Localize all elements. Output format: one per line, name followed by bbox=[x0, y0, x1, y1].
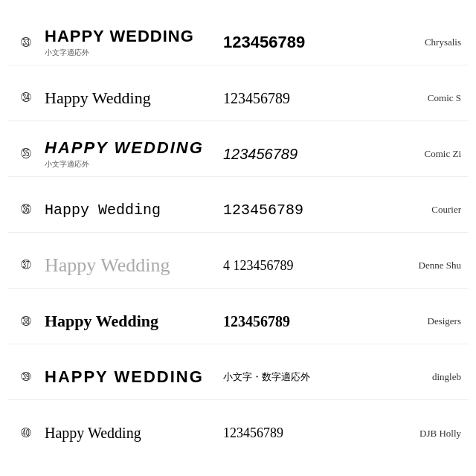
sample-main-text: Happy Wedding bbox=[45, 312, 223, 331]
sample-numbers: 123456789 bbox=[223, 90, 372, 107]
sample-text-cell: Happy Wedding bbox=[45, 312, 223, 331]
sample-numbers: 小文字・数字適応外 bbox=[223, 370, 372, 384]
row-number: ㉞ bbox=[7, 92, 45, 104]
font-list: ㉝ HAPPY WEDDING 小文字適応外 123456789 Chrysal… bbox=[0, 0, 476, 476]
font-name-label: dingleb bbox=[372, 371, 469, 383]
sample-main-text: HAPPY WEDDING bbox=[45, 138, 223, 158]
table-row[interactable]: ㊴ HAPPY WEDDING 小文字・数字適応外 dingleb bbox=[7, 356, 469, 400]
sample-main-text: Happy Wedding bbox=[45, 89, 223, 108]
sample-text-cell: HAPPY WEDDING 小文字適応外 bbox=[45, 138, 223, 170]
row-number: ㉟ bbox=[7, 148, 45, 160]
sample-main-text: Happy Wedding bbox=[45, 425, 223, 442]
row-number: ㊳ bbox=[7, 315, 45, 327]
sample-text-cell: HAPPY WEDDING 小文字適応外 bbox=[45, 27, 223, 58]
sample-main-text: Happy Wedding bbox=[45, 202, 223, 219]
font-name-label: Comic Zi bbox=[372, 148, 469, 160]
font-name-label: Comic S bbox=[372, 92, 469, 104]
sample-sub-text: 小文字適応外 bbox=[45, 159, 223, 170]
row-number: ㊵ bbox=[7, 428, 45, 440]
table-row[interactable]: ㉞ Happy Wedding 123456789 Comic S bbox=[7, 77, 469, 121]
sample-text-cell: Happy Wedding bbox=[45, 202, 223, 219]
table-row[interactable]: ㊱ Happy Wedding 123456789 Courier bbox=[7, 188, 469, 233]
sample-numbers: 123456789 bbox=[223, 146, 372, 163]
sample-numbers: 4 123456789 bbox=[223, 258, 372, 274]
row-number: ㉝ bbox=[7, 36, 45, 48]
table-row[interactable]: ㊲ Happy Wedding 4 123456789 Denne Shu bbox=[7, 244, 469, 289]
sample-text-cell: Happy Wedding bbox=[45, 254, 223, 277]
row-number: ㊴ bbox=[7, 371, 45, 383]
sample-main-text: Happy Wedding bbox=[45, 254, 223, 277]
row-number: ㊲ bbox=[7, 260, 45, 271]
sample-text-cell: Happy Wedding bbox=[45, 425, 223, 442]
sample-numbers: 123456789 bbox=[223, 425, 372, 441]
sample-main-text: HAPPY WEDDING bbox=[45, 367, 223, 387]
sample-numbers: 123456789 bbox=[223, 33, 372, 52]
font-name-label: Denne Shu bbox=[372, 260, 469, 271]
font-name-label: Chrysalis bbox=[372, 36, 469, 48]
sample-sub-text: 小文字適応外 bbox=[45, 48, 223, 58]
table-row[interactable]: ㉝ HAPPY WEDDING 小文字適応外 123456789 Chrysal… bbox=[7, 21, 469, 65]
font-name-label: DJB Holly bbox=[372, 428, 469, 440]
sample-text-cell: Happy Wedding bbox=[45, 89, 223, 108]
sample-numbers: 123456789 bbox=[223, 313, 372, 330]
row-number: ㊱ bbox=[7, 204, 45, 216]
table-row[interactable]: ㊵ Happy Wedding 123456789 DJB Holly bbox=[7, 411, 469, 456]
sample-text-cell: HAPPY WEDDING bbox=[45, 367, 223, 387]
sample-main-text: HAPPY WEDDING bbox=[45, 27, 223, 46]
sample-numbers: 123456789 bbox=[223, 202, 372, 219]
font-name-label: Courier bbox=[372, 204, 469, 216]
table-row[interactable]: ㊳ Happy Wedding 123456789 Desigers bbox=[7, 300, 469, 344]
font-name-label: Desigers bbox=[372, 315, 469, 327]
table-row[interactable]: ㉟ HAPPY WEDDING 小文字適応外 123456789 Comic Z… bbox=[7, 132, 469, 177]
